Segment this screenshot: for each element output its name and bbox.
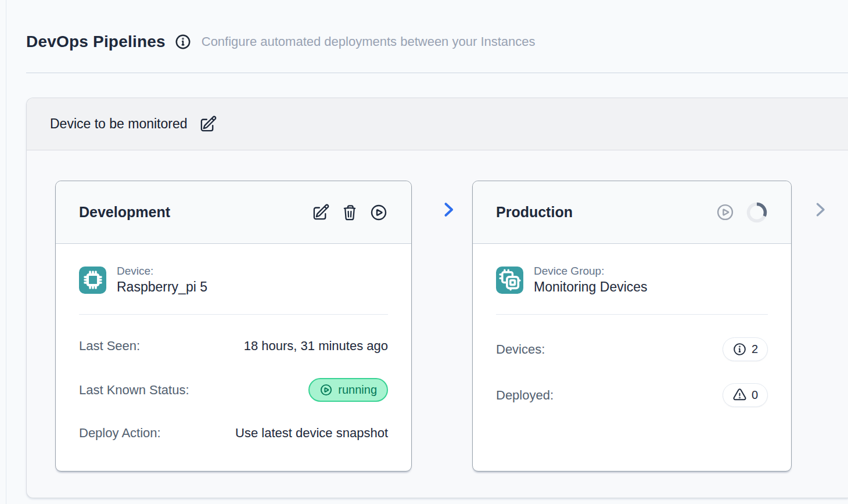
header-divider <box>26 73 848 73</box>
play-circle-icon <box>319 383 333 397</box>
devices-count-badge[interactable]: 2 <box>723 337 768 361</box>
deployed-label: Deployed: <box>496 388 554 403</box>
card-divider <box>496 314 768 315</box>
last-seen-row: Last Seen: 18 hours, 31 minutes ago <box>79 339 388 354</box>
panel-title: Device to be monitored <box>50 116 188 132</box>
trash-icon[interactable] <box>341 204 358 221</box>
panel-body: Development <box>27 150 848 498</box>
info-circle-icon <box>732 342 747 357</box>
production-actions <box>716 201 768 224</box>
production-card: Production <box>472 181 792 471</box>
last-known-status-row: Last Known Status: running <box>79 378 388 402</box>
status-badge: running <box>308 378 388 402</box>
play-circle-icon[interactable] <box>716 203 735 222</box>
device-info: Device: Raspberry_pi 5 <box>117 265 207 295</box>
devices-label: Devices: <box>496 342 545 357</box>
warning-triangle-icon <box>732 388 747 402</box>
page-header: DevOps Pipelines Configure automated dep… <box>26 33 536 51</box>
last-seen-label: Last Seen: <box>79 339 140 354</box>
deployed-count: 0 <box>752 388 758 402</box>
edit-icon[interactable] <box>312 203 330 221</box>
development-card: Development <box>55 181 412 471</box>
status-badge-label: running <box>338 383 377 397</box>
page-subtitle: Configure automated deployments between … <box>202 34 536 49</box>
devices-count: 2 <box>752 343 758 356</box>
development-title: Development <box>79 204 170 221</box>
device-row: Device: Raspberry_pi 5 <box>79 265 388 295</box>
device-group-row: Device Group: Monitoring Devices <box>496 265 768 295</box>
page-title: DevOps Pipelines <box>26 33 166 51</box>
last-known-status-label: Last Known Status: <box>79 383 189 398</box>
production-card-body: Device Group: Monitoring Devices Devices… <box>473 244 791 407</box>
deployed-row: Deployed: 0 <box>496 383 768 407</box>
page-left-divider <box>6 0 6 504</box>
panel-header: Device to be monitored <box>27 98 848 150</box>
info-circle-icon[interactable] <box>174 33 192 51</box>
last-seen-value: 18 hours, 31 minutes ago <box>244 339 388 354</box>
card-divider <box>79 314 388 315</box>
device-group-label: Device Group: <box>534 265 648 278</box>
cpu-chip-icon <box>79 267 106 294</box>
play-circle-icon[interactable] <box>369 203 388 222</box>
device-name: Raspberry_pi 5 <box>117 279 207 295</box>
pipeline-panel: Device to be monitored Development <box>26 98 848 498</box>
deploy-action-row: Deploy Action: Use latest device snapsho… <box>79 426 388 441</box>
cpu-chip-group-icon <box>496 267 523 294</box>
deploy-action-label: Deploy Action: <box>79 426 161 441</box>
device-group-info: Device Group: Monitoring Devices <box>534 265 648 295</box>
device-group-name: Monitoring Devices <box>534 279 648 295</box>
development-actions <box>312 203 388 222</box>
production-title: Production <box>496 204 573 221</box>
edit-icon[interactable] <box>199 115 217 133</box>
devices-row: Devices: 2 <box>496 337 768 361</box>
device-label: Device: <box>117 265 207 278</box>
spinner <box>746 201 768 224</box>
next-chevron-icon[interactable] <box>810 199 831 220</box>
deploy-action-value: Use latest device snapshot <box>235 426 388 441</box>
pipeline-flow-chevron-icon <box>438 199 459 220</box>
deployed-count-badge[interactable]: 0 <box>723 383 768 407</box>
development-card-body: Device: Raspberry_pi 5 Last Seen: 18 hou… <box>56 244 411 441</box>
development-card-header: Development <box>56 181 411 244</box>
production-card-header: Production <box>473 181 791 244</box>
